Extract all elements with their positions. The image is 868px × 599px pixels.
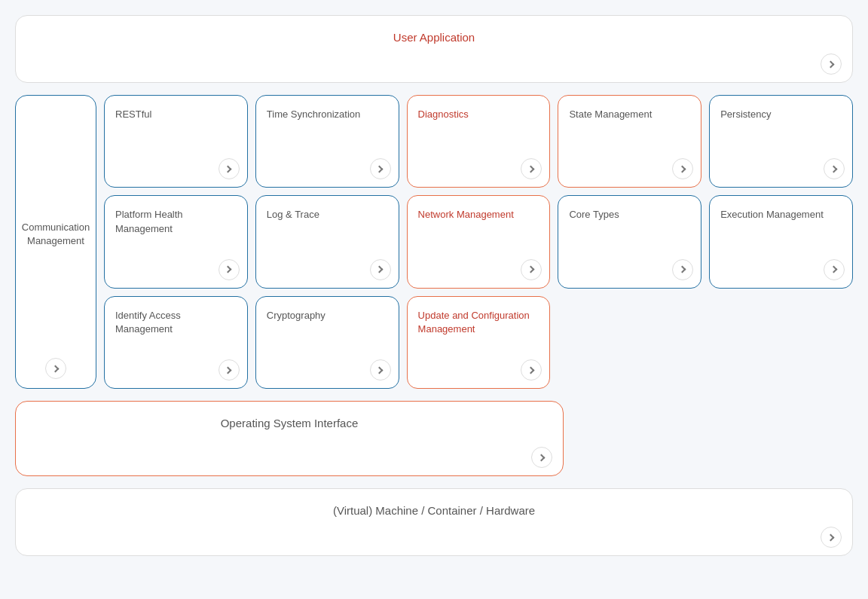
- update-config-card: Update and Configuration Management: [407, 296, 551, 389]
- chevron-right-icon: [527, 366, 534, 374]
- update-config-title: Update and Configuration Management: [418, 309, 539, 336]
- diagnostics-title: Diagnostics: [418, 108, 469, 121]
- chevron-right-icon: [827, 60, 834, 68]
- vm-hardware-chevron[interactable]: [821, 527, 842, 548]
- modules-grid: RESTful Time Synchronization Diagnostics…: [104, 95, 853, 389]
- cryptography-chevron[interactable]: [370, 359, 391, 380]
- empty-cell-r3c4: [558, 296, 701, 389]
- persistency-chevron[interactable]: [824, 158, 845, 179]
- network-mgmt-chevron[interactable]: [521, 259, 542, 280]
- persistency-card: Persistency: [709, 95, 853, 188]
- identity-access-title: Identify Access Management: [115, 309, 237, 336]
- vm-hardware-card: (Virtual) Machine / Container / Hardware: [15, 488, 853, 556]
- vm-hardware-title: (Virtual) Machine / Container / Hardware: [34, 504, 834, 517]
- identity-access-chevron[interactable]: [219, 359, 240, 380]
- chevron-right-icon: [830, 165, 837, 173]
- user-application-card: User Application: [15, 15, 853, 83]
- platform-health-chevron[interactable]: [219, 259, 240, 280]
- chevron-right-icon: [537, 454, 545, 461]
- communication-management-card: Communication Management: [15, 95, 96, 389]
- communication-management-title: Communication Management: [22, 221, 90, 248]
- persistency-title: Persistency: [720, 108, 771, 121]
- os-interface-title: Operating System Interface: [34, 417, 545, 429]
- identity-access-card: Identify Access Management: [104, 296, 248, 389]
- chevron-right-icon: [678, 165, 686, 173]
- user-application-title: User Application: [34, 31, 834, 44]
- chevron-right-icon: [51, 365, 59, 372]
- platform-health-card: Platform Health Management: [104, 195, 248, 288]
- chevron-right-icon: [827, 533, 834, 541]
- chevron-right-icon: [678, 266, 686, 274]
- communication-management-chevron[interactable]: [45, 358, 66, 379]
- chevron-right-icon: [225, 366, 232, 374]
- restful-chevron[interactable]: [219, 158, 240, 179]
- state-mgmt-chevron[interactable]: [672, 158, 693, 179]
- diagnostics-chevron[interactable]: [521, 158, 542, 179]
- time-sync-chevron[interactable]: [370, 158, 391, 179]
- time-sync-title: Time Synchronization: [267, 108, 361, 121]
- core-types-title: Core Types: [569, 208, 619, 222]
- os-interface-card: Operating System Interface: [15, 401, 564, 476]
- log-trace-chevron[interactable]: [370, 259, 391, 280]
- execution-mgmt-chevron[interactable]: [824, 259, 845, 280]
- chevron-right-icon: [225, 266, 232, 274]
- execution-mgmt-title: Execution Management: [720, 208, 824, 222]
- core-types-chevron[interactable]: [672, 259, 693, 280]
- restful-card: RESTful: [104, 95, 248, 188]
- restful-title: RESTful: [115, 108, 151, 121]
- middle-section: Communication Management RESTful Time Sy…: [15, 95, 853, 389]
- update-config-chevron[interactable]: [521, 359, 542, 380]
- cryptography-title: Cryptography: [267, 309, 326, 322]
- core-types-card: Core Types: [558, 195, 701, 288]
- execution-mgmt-card: Execution Management: [709, 195, 853, 288]
- time-sync-card: Time Synchronization: [255, 95, 399, 188]
- chevron-right-icon: [527, 266, 534, 274]
- state-mgmt-card: State Management: [558, 95, 701, 188]
- chevron-right-icon: [376, 366, 384, 374]
- log-trace-title: Log & Trace: [267, 208, 319, 222]
- chevron-right-icon: [527, 165, 534, 173]
- chevron-right-icon: [830, 266, 837, 274]
- user-application-chevron[interactable]: [821, 53, 842, 75]
- chevron-right-icon: [376, 165, 384, 173]
- platform-health-title: Platform Health Management: [115, 208, 237, 235]
- network-mgmt-card: Network Management: [407, 195, 551, 288]
- os-interface-chevron[interactable]: [531, 447, 552, 468]
- diagnostics-card: Diagnostics: [407, 95, 551, 188]
- state-mgmt-title: State Management: [569, 108, 652, 121]
- cryptography-card: Cryptography: [255, 296, 399, 389]
- network-mgmt-title: Network Management: [418, 208, 514, 222]
- page-container: User Application Communication Managemen…: [15, 15, 853, 556]
- chevron-right-icon: [225, 165, 232, 173]
- chevron-right-icon: [376, 266, 384, 274]
- empty-cell-r3c5: [709, 296, 853, 389]
- log-trace-card: Log & Trace: [255, 195, 399, 288]
